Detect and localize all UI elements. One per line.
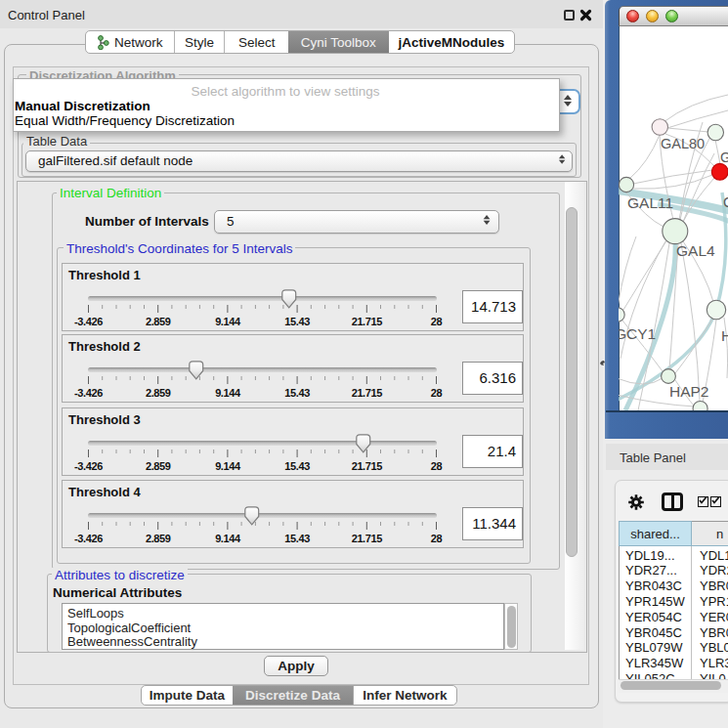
svg-text:HAP2: HAP2	[669, 383, 709, 400]
svg-text:GAL11: GAL11	[627, 194, 673, 211]
svg-text:GAL4: GAL4	[676, 242, 715, 259]
svg-text:GA: GA	[720, 150, 728, 165]
svg-text:C: C	[723, 194, 728, 210]
svg-text:GAL80: GAL80	[661, 136, 705, 151]
svg-text:GCY1: GCY1	[619, 325, 656, 342]
svg-text:H: H	[721, 327, 728, 344]
